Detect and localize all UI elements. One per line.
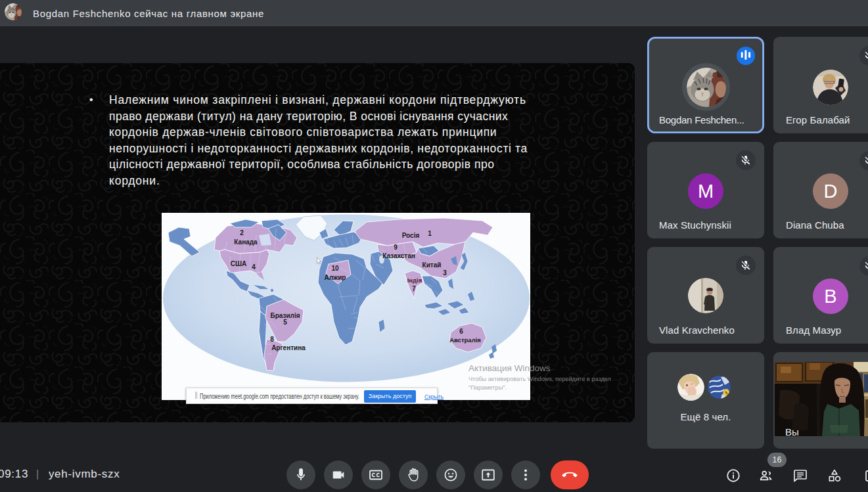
svg-text:8: 8: [270, 336, 274, 343]
svg-text:Австралія: Австралія: [449, 336, 481, 344]
svg-text:1: 1: [428, 230, 432, 237]
svg-text:Казахстан: Казахстан: [382, 252, 415, 259]
svg-text:Аргентина: Аргентина: [271, 344, 306, 351]
svg-text:9: 9: [394, 244, 398, 251]
svg-text:Індія: Індія: [407, 277, 423, 284]
svg-text:5: 5: [283, 319, 287, 326]
svg-text:10: 10: [331, 265, 339, 272]
svg-text:3: 3: [443, 269, 447, 277]
svg-text:7: 7: [412, 285, 416, 292]
svg-text:4: 4: [252, 263, 256, 271]
svg-text:США: США: [231, 260, 247, 267]
svg-text:Росія: Росія: [402, 232, 420, 239]
svg-text:Китай: Китай: [423, 261, 442, 269]
svg-text:6: 6: [459, 328, 463, 335]
svg-text:2: 2: [240, 229, 244, 236]
svg-text:Канада: Канада: [234, 238, 258, 246]
svg-text:Алжир: Алжир: [325, 274, 346, 281]
